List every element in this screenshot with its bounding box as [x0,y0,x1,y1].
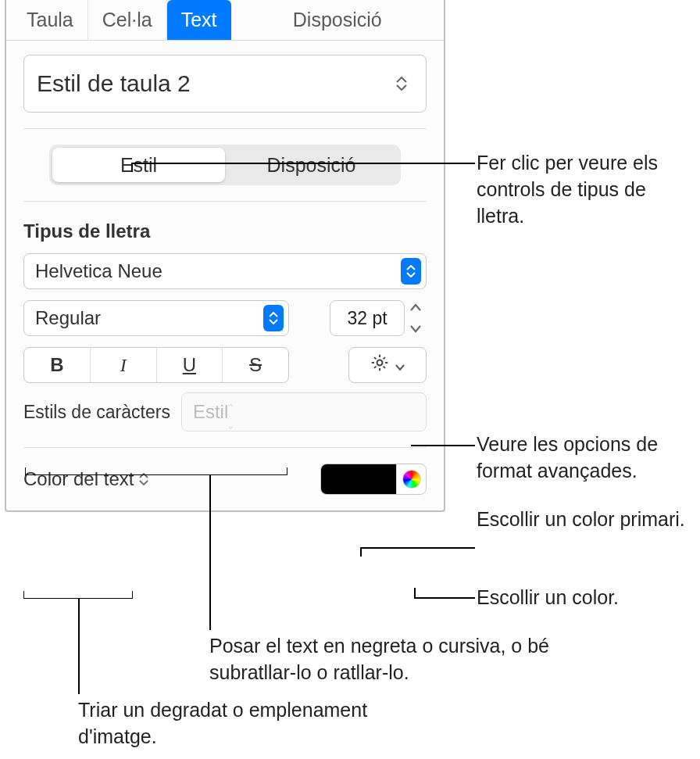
character-styles-label: Estils de caràcters [23,402,170,423]
chevron-updown-icon [395,73,409,95]
font-section-label: Tipus de lletra [23,220,427,242]
color-swatch-group [320,464,427,495]
divider [23,201,427,202]
font-typeface-popup[interactable]: Regular [23,300,289,336]
popup-stepper-icon [263,305,284,331]
tab-cella[interactable]: Cel·la [88,0,167,40]
callout-line [78,599,80,694]
font-family-value: Helvetica Neue [35,260,401,282]
font-size-value: 32 pt [347,308,387,329]
callout-line [411,445,475,446]
font-family-popup[interactable]: Helvetica Neue [23,253,427,289]
font-size-stepper[interactable] [409,303,427,334]
chevron-updown-icon [228,390,234,434]
color-swatch[interactable] [321,464,396,494]
callout-line [209,475,211,630]
divider [23,447,427,448]
tab-disposicio[interactable]: Disposició [231,0,444,40]
inspector-panel: Taula Cel·la Text Disposició Estil de ta… [5,0,445,512]
character-style-placeholder: Estil [193,401,228,423]
callout-line [131,163,475,164]
callout-line [414,597,475,599]
callout-advanced: Veure les opcions de format avançades. [477,431,695,485]
chevron-down-icon [395,354,405,376]
color-wheel-icon [402,470,421,489]
text-subtab-segmented: Estil Disposició [49,145,401,185]
callout-line [360,547,362,557]
bracket [23,591,133,599]
text-style-segmented: B I U S [23,347,289,383]
font-size-field[interactable]: 32 pt [330,300,405,336]
callout-gradient: Triar un degradat o emplenament d'imatge… [78,697,375,750]
bracket [25,467,288,475]
segment-disposicio[interactable]: Disposició [225,148,398,182]
tab-text[interactable]: Text [167,0,231,40]
callout-bius: Posar el text en negreta o cursiva, o bé… [209,633,584,686]
advanced-options-button[interactable] [348,347,427,383]
paragraph-style-value: Estil de taula 2 [37,70,191,97]
paragraph-style-popup[interactable]: Estil de taula 2 [23,55,427,113]
divider [23,128,427,129]
popup-stepper-icon [401,258,421,285]
callout-line [360,547,475,549]
underline-button[interactable]: U [157,348,223,382]
top-tabbar: Taula Cel·la Text Disposició [6,0,444,41]
callout-primary-color: Escollir un color primari. [477,507,695,533]
tab-taula[interactable]: Taula [6,0,88,40]
callout-pick-color: Escollir un color. [477,585,695,611]
segment-estil[interactable]: Estil [52,148,225,182]
font-typeface-value: Regular [35,307,263,329]
character-style-popup[interactable]: Estil [181,392,427,431]
bold-button[interactable]: B [24,348,91,382]
gear-icon [370,353,390,378]
callout-font-controls: Fer clic per veure els controls de tipus… [477,150,695,229]
strikethrough-button[interactable]: S [223,348,288,382]
callout-line [131,163,133,172]
callout-line [414,588,416,597]
svg-point-0 [377,360,383,366]
italic-button[interactable]: I [91,348,157,382]
color-wheel-button[interactable] [396,464,426,494]
